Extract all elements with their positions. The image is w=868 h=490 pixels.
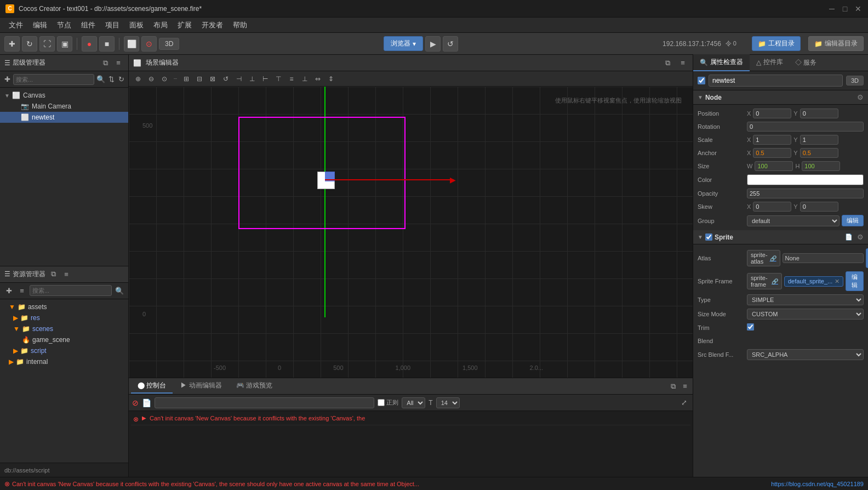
tab-console[interactable]: ⬤ 控制台: [131, 379, 173, 394]
hierarchy-clone-icon[interactable]: ⧉: [100, 58, 111, 69]
zoom-out-btn[interactable]: ⊖: [145, 73, 157, 85]
menu-edit[interactable]: 编辑: [28, 19, 52, 32]
group-edit-button[interactable]: 编辑: [842, 215, 864, 226]
status-link[interactable]: https://blog.csdn.net/qq_45021189: [771, 481, 864, 487]
console-expand-icon[interactable]: ⧉: [667, 381, 678, 392]
log-level-select[interactable]: All: [402, 397, 425, 408]
zoom-fit-btn[interactable]: ⊙: [158, 73, 170, 85]
hierarchy-menu-icon[interactable]: ≡: [113, 58, 124, 69]
hierarchy-search-icon[interactable]: 🔍: [96, 74, 105, 85]
maximize-button[interactable]: □: [841, 4, 849, 13]
error-expand-arrow[interactable]: ▶: [142, 415, 146, 421]
align-middle-btn[interactable]: ≡: [285, 73, 298, 85]
node-name-input[interactable]: [709, 75, 843, 87]
tab-inspector[interactable]: 🔍 属性检查器: [693, 54, 750, 71]
menu-project[interactable]: 项目: [101, 19, 124, 32]
opacity-input[interactable]: [747, 189, 864, 198]
stop-button[interactable]: ■: [99, 36, 115, 52]
sprite-frame-clear-icon[interactable]: ✕: [835, 278, 840, 285]
console-save-btn[interactable]: 📄: [142, 398, 151, 407]
size-mode-select[interactable]: CUSTOM: [747, 309, 864, 320]
align-right-btn[interactable]: ⊢: [259, 73, 271, 85]
add-button[interactable]: ✚: [4, 36, 20, 52]
browser-button[interactable]: 浏览器 ▾: [384, 36, 423, 51]
asset-menu-icon[interactable]: ≡: [61, 269, 72, 280]
atlas-select-button[interactable]: 选择: [866, 248, 868, 268]
close-button[interactable]: ✕: [854, 4, 863, 13]
console-filter-input[interactable]: [155, 397, 374, 408]
hierarchy-refresh-icon[interactable]: ↻: [117, 74, 125, 85]
record-button[interactable]: ⊙: [141, 36, 157, 52]
screenshot-button[interactable]: ▣: [57, 36, 72, 52]
align-bottom-btn[interactable]: ⊥: [299, 73, 311, 85]
menu-help[interactable]: 帮助: [229, 19, 252, 32]
scene-canvas[interactable]: 使用鼠标右键平移视窗焦点，使用滚轮缩放视图 500 0 -500 0 500 1…: [129, 87, 693, 378]
type-select[interactable]: SIMPLE: [747, 294, 864, 305]
console-menu-icon[interactable]: ≡: [679, 381, 690, 392]
tree-main-camera[interactable]: 📷 Main Camera: [0, 101, 128, 112]
font-size-select[interactable]: 14: [436, 397, 460, 408]
minimize-button[interactable]: ─: [827, 4, 836, 13]
dist-h-btn[interactable]: ⇔: [312, 73, 324, 85]
snap-btn[interactable]: ⊟: [193, 73, 205, 85]
grid-btn[interactable]: ⊞: [180, 73, 192, 85]
hierarchy-arrange-icon[interactable]: ⇅: [107, 74, 115, 85]
editor-dir-button[interactable]: 📁 编辑器目录: [808, 36, 864, 51]
menu-file[interactable]: 文件: [4, 19, 27, 32]
project-dir-button[interactable]: 📁 工程目录: [752, 36, 801, 51]
asset-res[interactable]: ▶ 📁 res: [0, 312, 128, 323]
scale-y-input[interactable]: [800, 135, 838, 145]
asset-internal[interactable]: ▶ 📁 internal: [0, 356, 128, 367]
asset-assets[interactable]: ▼ 📁 assets: [0, 301, 128, 312]
menu-layout[interactable]: 布局: [149, 19, 172, 32]
skew-x-input[interactable]: [753, 202, 791, 212]
trim-checkbox[interactable]: [747, 323, 754, 331]
asset-script[interactable]: ▶ 📁 script: [0, 345, 128, 356]
align-center-btn[interactable]: ⊥: [246, 73, 258, 85]
refresh-button[interactable]: ↻: [22, 36, 37, 52]
scene-menu-icon[interactable]: ≡: [677, 58, 688, 69]
tab-widgets[interactable]: △ 控件库: [750, 54, 790, 71]
menu-developer[interactable]: 开发者: [197, 19, 227, 32]
node-enabled-checkbox[interactable]: [698, 77, 705, 84]
transform-button[interactable]: ⛶: [39, 36, 55, 52]
sprite-gear-icon[interactable]: ⚙: [857, 233, 864, 241]
sprite-enabled-checkbox[interactable]: [705, 233, 712, 241]
tab-preview[interactable]: 🎮 游戏预览: [230, 379, 279, 394]
menu-node[interactable]: 节点: [53, 19, 76, 32]
tab-animation[interactable]: ▶ 动画编辑器: [174, 379, 228, 394]
menu-extensions[interactable]: 扩展: [173, 19, 196, 32]
anchor-btn[interactable]: ⊠: [207, 73, 219, 85]
scale-x-input[interactable]: [753, 135, 791, 145]
skew-y-input[interactable]: [800, 202, 838, 212]
fullscreen-button[interactable]: ⬜: [124, 36, 139, 52]
size-h-input[interactable]: [802, 161, 840, 171]
size-w-input[interactable]: [755, 161, 793, 171]
hierarchy-add-button[interactable]: ✚: [3, 74, 11, 85]
node-3d-button[interactable]: 3D: [846, 76, 864, 86]
3d-toggle[interactable]: 3D: [159, 38, 179, 50]
asset-clone-icon[interactable]: ⧉: [48, 269, 59, 280]
group-select[interactable]: default: [747, 215, 840, 226]
asset-search-button[interactable]: 🔍: [114, 285, 125, 296]
rotate-btn[interactable]: ↺: [220, 73, 232, 85]
sprite-frame-edit-button[interactable]: 编辑: [846, 271, 864, 291]
asset-game-scene[interactable]: 🔥 game_scene: [0, 334, 128, 345]
zoom-in-btn[interactable]: ⊕: [132, 73, 144, 85]
hierarchy-search[interactable]: [13, 74, 94, 85]
console-clear-btn[interactable]: ⊘: [132, 398, 139, 407]
align-left-btn[interactable]: ⊣: [233, 73, 245, 85]
anchor-x-input[interactable]: [753, 148, 791, 158]
play-button[interactable]: ▶: [425, 36, 441, 52]
regex-checkbox[interactable]: [378, 399, 385, 406]
atlas-link-icon[interactable]: 🔗: [770, 255, 776, 261]
tab-services[interactable]: ◇ 服务: [790, 55, 822, 71]
position-x-input[interactable]: [753, 109, 791, 118]
sprite-section-header[interactable]: ▼ Sprite 📄 ⚙: [693, 230, 868, 244]
node-gear-icon[interactable]: ⚙: [857, 93, 864, 101]
sprite-frame-link-icon[interactable]: 🔗: [772, 278, 778, 284]
console-fullscreen-btn[interactable]: ⤢: [678, 397, 689, 408]
atlas-input[interactable]: [783, 253, 864, 263]
scene-expand-icon[interactable]: ⧉: [662, 58, 673, 69]
node-section-header[interactable]: ▼ Node ⚙: [693, 90, 868, 105]
